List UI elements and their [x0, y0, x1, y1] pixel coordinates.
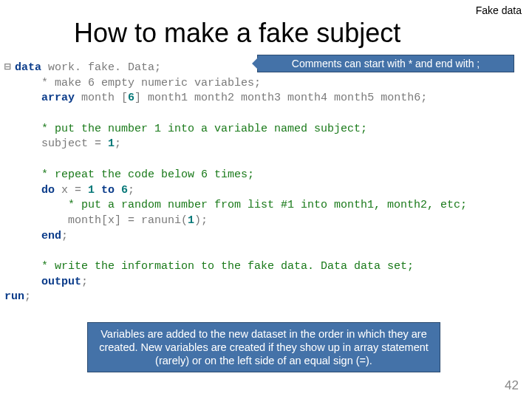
code-comment: * write the information to the fake data… — [15, 260, 414, 273]
code-text: ; — [61, 230, 68, 242]
code-text: work. fake. Data; — [41, 61, 161, 74]
code-number: 1 — [88, 184, 95, 197]
code-text: ); — [194, 214, 208, 227]
code-text: month[x] = ranuni( — [15, 214, 188, 227]
code-number: 1 — [108, 137, 115, 150]
code-keyword: data — [15, 61, 41, 74]
code-comment: * put the number 1 into a variable named… — [15, 123, 367, 135]
code-text: ; — [128, 184, 134, 197]
code-keyword: do — [15, 184, 55, 197]
code-keyword: end — [15, 230, 61, 242]
code-number: 1 — [188, 214, 194, 227]
code-number: 6 — [128, 92, 134, 104]
code-keyword: run — [4, 290, 24, 303]
code-text: x = — [55, 184, 88, 197]
code-text: ; — [81, 276, 88, 288]
code-text: * make 6 empty numeric variables; — [15, 77, 261, 89]
code-number: 6 — [121, 184, 128, 197]
page-number: 42 — [505, 378, 519, 393]
code-text: ; — [24, 290, 31, 303]
code-comment: * repeat the code below 6 times; — [15, 168, 254, 181]
callout-variables: Variables are added to the new dataset i… — [87, 322, 440, 372]
code-keyword: array — [15, 92, 75, 104]
code-text: month1 month2 month3 month4 month5 month… — [141, 92, 427, 104]
code-keyword: to — [95, 184, 121, 197]
code-text: subject = — [15, 137, 108, 150]
header-label: Fake data — [476, 4, 522, 16]
code-keyword: output — [15, 276, 81, 288]
code-text: month — [75, 92, 121, 104]
page-title: How to make a fake subject — [74, 18, 400, 49]
code-text: ] — [134, 92, 141, 104]
code-text: [ — [121, 92, 128, 104]
code-comment: * put a random number from list #1 into … — [15, 199, 467, 211]
gutter-icon: ⊟ — [4, 61, 15, 76]
code-text: ; — [115, 137, 121, 150]
code-block: ⊟data work. fake. Data; * make 6 empty n… — [4, 61, 522, 305]
